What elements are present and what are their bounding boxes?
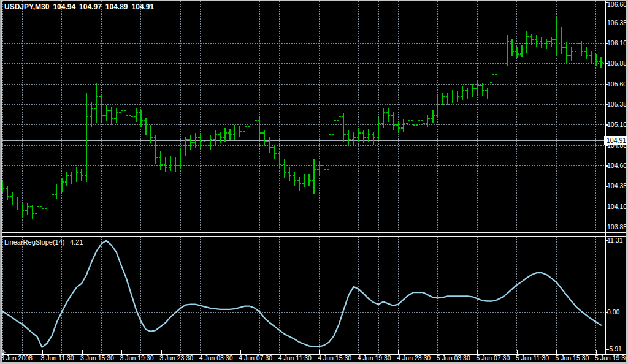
ohlc-bar	[431, 110, 435, 123]
ohlc-bar	[510, 39, 514, 56]
panel-splitter[interactable]	[0, 236, 628, 237]
price-axis-label: 106.35	[607, 20, 627, 26]
ohlc-bar	[253, 111, 256, 133]
ohlc-bar	[144, 118, 148, 135]
ohlc-bar	[485, 88, 489, 99]
time-axis-label: 3 Jun 19:30	[120, 355, 154, 362]
price-axis-line	[605, 1, 606, 354]
ohlc-bar	[312, 159, 316, 194]
ohlc-bar	[520, 45, 524, 57]
ohlc-bar	[55, 184, 59, 199]
ohlc-bar	[416, 117, 419, 129]
chart-title: USDJPY,M30104.94104.97104.89104.91	[4, 2, 158, 11]
ohlc-bar	[327, 129, 331, 173]
ohlc-bar	[233, 125, 237, 140]
ohlc-bar	[594, 54, 598, 66]
indicator-plot[interactable]	[2, 237, 605, 353]
ohlc-bar	[248, 123, 251, 134]
ohlc-bar	[129, 110, 133, 123]
ohlc-bar	[386, 108, 390, 121]
ohlc-bar	[411, 118, 415, 130]
ohlc-bar	[391, 112, 395, 130]
ohlc-bar	[243, 123, 247, 135]
time-axis-label: 5 Jun 19:30	[595, 355, 628, 362]
ohlc-bar	[545, 39, 548, 49]
ohlc-bar	[164, 157, 167, 172]
ohlc-bar	[99, 94, 103, 121]
ohlc-bar	[505, 35, 509, 66]
ohlc-bar	[550, 37, 553, 47]
time-tick	[82, 350, 83, 354]
ohlc-bar	[90, 102, 93, 127]
window-border-right[interactable]	[626, 0, 628, 364]
window-border-top	[0, 0, 628, 1]
ohlc-bar	[495, 68, 499, 81]
time-axis-label: 3 Jun 23:30	[159, 355, 193, 362]
ohlc-bar	[575, 39, 578, 56]
ohlc-bar	[446, 93, 450, 105]
mt4-chart-window: 106.60106.35106.10105.85105.60105.35105.…	[0, 0, 628, 364]
ohlc-bar	[218, 132, 222, 143]
time-tick	[438, 350, 439, 354]
ohlc-bar	[35, 203, 39, 216]
ohlc-bar	[297, 177, 301, 190]
ohlc-bar	[114, 108, 118, 123]
time-axis-label: 4 Jun 15:30	[318, 355, 351, 362]
panel-splitter[interactable]	[0, 232, 628, 233]
ohlc-bar	[307, 174, 311, 186]
ohlc-bar	[490, 63, 494, 86]
ohlc-bar	[213, 130, 217, 145]
ohlc-bar	[441, 93, 445, 105]
time-tick	[398, 350, 399, 354]
main-chart-plot[interactable]	[2, 1, 605, 231]
ohlc-high: 104.97	[79, 2, 102, 11]
ohlc-bar	[599, 57, 603, 67]
ohlc-bar	[204, 138, 207, 151]
ohlc-bar	[381, 108, 385, 128]
ohlc-bar	[377, 118, 380, 140]
ohlc-bar	[104, 105, 108, 121]
ohlc-bar	[278, 151, 281, 169]
time-axis-label: 4 Jun 11:30	[278, 355, 312, 362]
ohlc-bar	[267, 137, 271, 153]
ohlc-bar	[461, 86, 464, 100]
ohlc-bar	[124, 107, 128, 121]
ohlc-bar	[10, 192, 14, 205]
ohlc-bar	[15, 197, 19, 210]
ohlc-bar	[569, 47, 573, 61]
ohlc-bar	[540, 37, 543, 48]
ohlc-bar	[40, 203, 44, 213]
ohlc-bar	[564, 42, 568, 64]
time-axis-label: 3 Jun 15:30	[80, 355, 114, 362]
ohlc-bar	[584, 47, 588, 59]
ohlc-bar	[228, 129, 232, 140]
price-axis-label: 105.35	[607, 101, 627, 108]
ohlc-bar	[70, 172, 74, 184]
price-axis-label: 106.60	[607, 1, 627, 8]
ohlc-bar	[272, 145, 276, 159]
ohlc-bar	[258, 118, 261, 138]
price-axis-label: 105.10	[607, 121, 627, 128]
ohlc-bar	[332, 105, 335, 142]
time-tick	[201, 350, 202, 354]
time-axis-label: 3 Jun 11:30	[41, 355, 74, 362]
indicator-name: LinearRegSlope(14)	[4, 238, 64, 246]
ohlc-bar	[322, 162, 326, 175]
ohlc-bar	[337, 110, 340, 129]
time-tick	[477, 350, 478, 354]
ohlc-bar	[500, 58, 504, 76]
ohlc-bar	[169, 156, 172, 171]
time-tick	[121, 350, 123, 354]
price-axis-label: 105.60	[607, 81, 627, 88]
ohlc-bar	[293, 172, 296, 185]
ohlc-bar	[362, 130, 366, 143]
time-tick	[240, 350, 241, 354]
indicator-axis-label: 11.31	[607, 237, 623, 244]
price-axis-label: 104.60	[607, 162, 627, 169]
ohlc-bar	[559, 27, 563, 54]
ohlc-bar	[134, 108, 138, 121]
price-axis-label: 103.85	[607, 224, 627, 230]
ohlc-bar	[396, 121, 400, 133]
time-axis-label: 5 Jun 15:30	[555, 355, 589, 362]
ohlc-bar	[436, 95, 440, 119]
